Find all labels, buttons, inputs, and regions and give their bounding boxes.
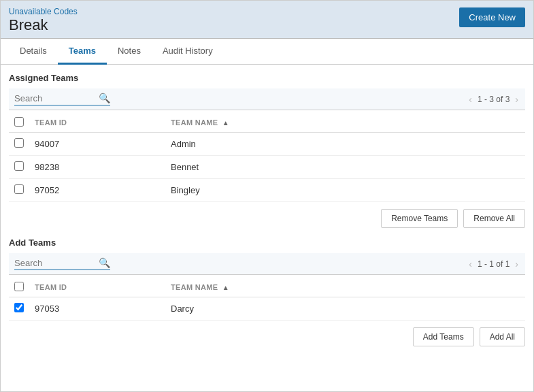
add-teams-name-header: TEAM NAME ▲ <box>165 278 525 297</box>
add-teams-actions: Add Teams Add All <box>9 327 525 346</box>
assigned-team-checkbox[interactable] <box>14 138 24 148</box>
assigned-teams-search-icon: 🔍 <box>99 93 110 103</box>
add-teams-id-header: TEAM ID <box>29 278 165 297</box>
assigned-teams-actions: Remove Teams Remove All <box>9 209 525 228</box>
assigned-teams-select-all-header <box>9 113 29 133</box>
assigned-teams-id-header: TEAM ID <box>29 113 165 133</box>
add-teams-button[interactable]: Add Teams <box>413 327 474 346</box>
add-all-button[interactable]: Add All <box>480 327 525 346</box>
assigned-team-id: 97052 <box>29 179 165 202</box>
add-team-name-sort-icon: ▲ <box>222 284 229 291</box>
assigned-team-checkbox-cell[interactable] <box>9 179 29 202</box>
assigned-teams-search-wrap[interactable]: 🔍 <box>14 93 110 105</box>
add-teams-search-input[interactable] <box>14 258 96 268</box>
assigned-teams-prev-arrow[interactable]: ‹ <box>467 94 473 105</box>
remove-all-button[interactable]: Remove All <box>463 209 525 228</box>
assigned-team-name: Bennet <box>165 156 525 179</box>
tab-notes[interactable]: Notes <box>107 39 152 65</box>
assigned-teams-search-bar: 🔍 ‹ 1 - 3 of 3 › <box>9 88 525 110</box>
team-name-sort-icon: ▲ <box>222 119 229 127</box>
assigned-team-checkbox-cell[interactable] <box>9 133 29 156</box>
add-teams-pagination-text: 1 - 1 of 1 <box>478 259 510 269</box>
breadcrumb[interactable]: Unavailable Codes <box>9 7 78 16</box>
add-teams-header-row: TEAM ID TEAM NAME ▲ <box>9 278 525 297</box>
assigned-team-id: 94007 <box>29 133 165 156</box>
assigned-teams-pagination-text: 1 - 3 of 3 <box>478 95 510 104</box>
add-team-checkbox-cell[interactable] <box>9 297 29 321</box>
assigned-team-row: 97052 Bingley <box>9 179 525 202</box>
assigned-teams-header-row: TEAM ID TEAM NAME ▲ <box>9 113 525 133</box>
add-teams-search-bar: 🔍 ‹ 1 - 1 of 1 › <box>9 253 525 275</box>
add-teams-pagination: ‹ 1 - 1 of 1 › <box>467 259 520 270</box>
assigned-team-checkbox[interactable] <box>14 184 24 194</box>
tab-audit-history[interactable]: Audit History <box>152 39 224 65</box>
assigned-team-name: Bingley <box>165 179 525 202</box>
tab-teams[interactable]: Teams <box>58 39 107 65</box>
add-teams-search-icon: 🔍 <box>99 257 110 268</box>
assigned-teams-name-header: TEAM NAME ▲ <box>165 113 525 133</box>
add-teams-section: Add Teams 🔍 ‹ 1 - 1 of 1 › TEAM ID TEAM … <box>9 238 525 346</box>
assigned-teams-table: TEAM ID TEAM NAME ▲ 94007 Admin 98238 Be… <box>9 113 525 202</box>
add-team-checkbox[interactable] <box>14 303 24 312</box>
add-teams-select-all-checkbox[interactable] <box>14 282 24 291</box>
remove-teams-button[interactable]: Remove Teams <box>381 209 458 228</box>
add-team-id: 97053 <box>29 297 165 321</box>
assigned-team-id: 98238 <box>29 156 165 179</box>
assigned-team-checkbox[interactable] <box>14 161 24 171</box>
assigned-teams-search-input[interactable] <box>14 93 96 103</box>
header-bar: Unavailable Codes Break Create New <box>1 1 533 39</box>
assigned-teams-next-arrow[interactable]: › <box>514 94 520 105</box>
assigned-team-checkbox-cell[interactable] <box>9 156 29 179</box>
add-teams-next-arrow[interactable]: › <box>514 259 520 270</box>
add-teams-table: TEAM ID TEAM NAME ▲ 97053 Darcy <box>9 278 525 321</box>
add-teams-body: 97053 Darcy <box>9 297 525 321</box>
create-new-button[interactable]: Create New <box>459 7 525 27</box>
assigned-team-row: 94007 Admin <box>9 133 525 156</box>
add-teams-search-wrap[interactable]: 🔍 <box>14 257 110 270</box>
add-teams-title: Add Teams <box>9 238 525 248</box>
main-content: Assigned Teams 🔍 ‹ 1 - 3 of 3 › TEAM ID … <box>1 65 533 389</box>
assigned-team-row: 98238 Bennet <box>9 156 525 179</box>
add-teams-select-all-header <box>9 278 29 297</box>
assigned-teams-pagination: ‹ 1 - 3 of 3 › <box>467 94 520 105</box>
assigned-teams-body: 94007 Admin 98238 Bennet 97052 Bingley <box>9 133 525 202</box>
add-teams-prev-arrow[interactable]: ‹ <box>467 259 473 270</box>
assigned-teams-title: Assigned Teams <box>9 73 525 83</box>
assigned-team-name: Admin <box>165 133 525 156</box>
add-team-name: Darcy <box>165 297 525 321</box>
add-team-row: 97053 Darcy <box>9 297 525 321</box>
page-title: Break <box>9 16 525 34</box>
assigned-teams-select-all-checkbox[interactable] <box>14 117 24 127</box>
tabs-nav: Details Teams Notes Audit History <box>1 39 533 65</box>
tab-details[interactable]: Details <box>9 39 58 65</box>
